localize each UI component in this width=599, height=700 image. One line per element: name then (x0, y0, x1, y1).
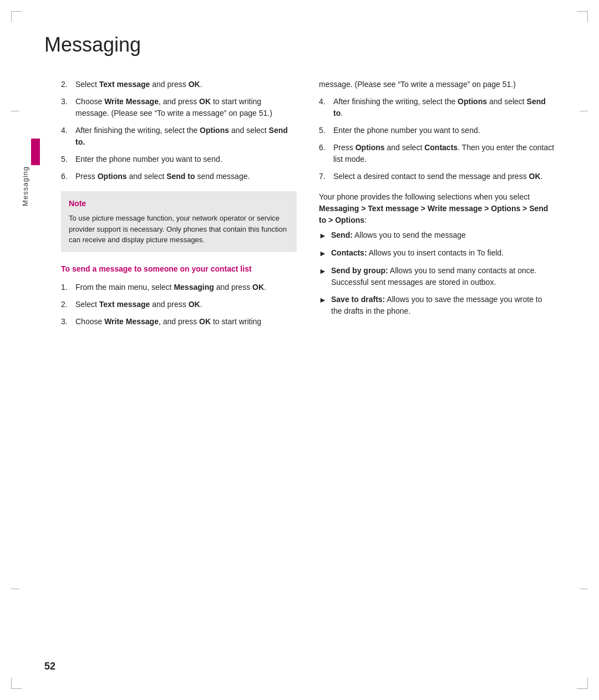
step-item: 6. Press Options and select Contacts. Th… (319, 142, 555, 165)
step-content: After finishing the writing, select the … (333, 96, 555, 119)
step-item: 6. Press Options and select Send to send… (61, 171, 297, 182)
step-number: 2. (61, 299, 72, 310)
step-content: Enter the phone number you want to send. (75, 154, 297, 165)
right-column: message. (Please see “To write a message… (319, 79, 555, 336)
step-item: 3. Choose Write Message, and press OK to… (61, 96, 297, 119)
bullet-list: ► Send: Allows you to send the message ►… (319, 229, 555, 317)
side-mark-left-bottom (11, 589, 19, 589)
bullet-arrow-icon: ► (319, 294, 327, 317)
bullet-content: Contacts: Allows you to insert contacts … (331, 247, 555, 259)
step-item: 5. Enter the phone number you want to se… (319, 125, 555, 136)
step-content: Press Options and select Send to send me… (75, 171, 297, 182)
accent-bar (31, 139, 40, 165)
step-content: From the main menu, select Messaging and… (75, 282, 297, 293)
bullet-arrow-icon: ► (319, 265, 327, 288)
corner-mark-bl (11, 678, 22, 689)
page-title: Messaging (44, 33, 555, 57)
bullet-content: Send: Allows you to send the message (331, 229, 555, 242)
corner-mark-tl (11, 11, 22, 22)
step-content: Select Text message and press OK. (75, 299, 297, 310)
step-number: 5. (61, 154, 72, 165)
step-number: 3. (61, 96, 72, 119)
step-item: 4. After finishing the writing, select t… (61, 125, 297, 148)
step-item: 5. Enter the phone number you want to se… (61, 154, 297, 165)
step-content: Select a desired contact to send the mes… (333, 171, 555, 182)
right-steps: 4. After finishing the writing, select t… (319, 96, 555, 182)
selections-intro: Your phone provides the following select… (319, 191, 555, 226)
side-mark-right-bottom (580, 589, 588, 589)
section-heading: To send a message to someone on your con… (61, 263, 297, 275)
step-content: Choose Write Message, and press OK to st… (75, 316, 297, 328)
step-item: 3. Choose Write Message, and press OK to… (61, 316, 297, 328)
step-content: Select Text message and press OK. (75, 79, 297, 90)
note-body: To use picture message function, your ne… (69, 214, 287, 244)
page-container: Messaging Messaging 2. Select Text messa… (0, 0, 599, 700)
bullet-arrow-icon: ► (319, 248, 327, 259)
bullet-content: Save to drafts: Allows you to save the m… (331, 294, 555, 317)
bullet-item: ► Contacts: Allows you to insert contact… (319, 247, 555, 259)
bullet-item: ► Send: Allows you to send the message (319, 229, 555, 242)
corner-mark-tr (577, 11, 588, 22)
step-number: 3. (61, 316, 72, 328)
bullet-arrow-icon: ► (319, 230, 327, 242)
continuation-text: message. (Please see “To write a message… (319, 79, 555, 90)
step-number: 1. (61, 282, 72, 293)
note-box: Note To use picture message function, yo… (61, 191, 297, 252)
continuation-span: message. (Please see “To write a message… (319, 80, 516, 89)
step-content: Enter the phone number you want to send. (333, 125, 555, 136)
section-steps: 1. From the main menu, select Messaging … (61, 282, 297, 328)
step-item: 1. From the main menu, select Messaging … (61, 282, 297, 293)
step-item: 4. After finishing the writing, select t… (319, 96, 555, 119)
step-number: 2. (61, 79, 72, 90)
step-content: Press Options and select Contacts. Then … (333, 142, 555, 165)
step-number: 7. (319, 171, 330, 182)
side-mark-right-top (580, 111, 588, 111)
steps-continued: 2. Select Text message and press OK. 3. … (61, 79, 297, 182)
step-content: After finishing the writing, select the … (75, 125, 297, 148)
content-area: 2. Select Text message and press OK. 3. … (61, 79, 555, 336)
step-item: 2. Select Text message and press OK. (61, 299, 297, 310)
bullet-content: Send by group: Allows you to send many c… (331, 265, 555, 288)
bullet-item: ► Send by group: Allows you to send many… (319, 265, 555, 288)
step-number: 6. (61, 171, 72, 182)
step-number: 4. (319, 96, 330, 119)
bullet-item: ► Save to drafts: Allows you to save the… (319, 294, 555, 317)
side-mark-left-top (11, 111, 19, 111)
step-number: 5. (319, 125, 330, 136)
step-number: 6. (319, 142, 330, 165)
step-content: Choose Write Message, and press OK to st… (75, 96, 297, 119)
step-item: 2. Select Text message and press OK. (61, 79, 297, 90)
step-number: 4. (61, 125, 72, 148)
note-title: Note (69, 198, 289, 210)
page-number: 52 (44, 661, 55, 672)
step-item: 7. Select a desired contact to send the … (319, 171, 555, 182)
section-heading-text: To send a message to someone on your con… (61, 264, 252, 273)
selections-intro-text: Your phone provides the following select… (319, 192, 530, 201)
sidebar-label: Messaging (21, 166, 29, 206)
corner-mark-br (577, 678, 588, 689)
left-column: 2. Select Text message and press OK. 3. … (61, 79, 297, 336)
